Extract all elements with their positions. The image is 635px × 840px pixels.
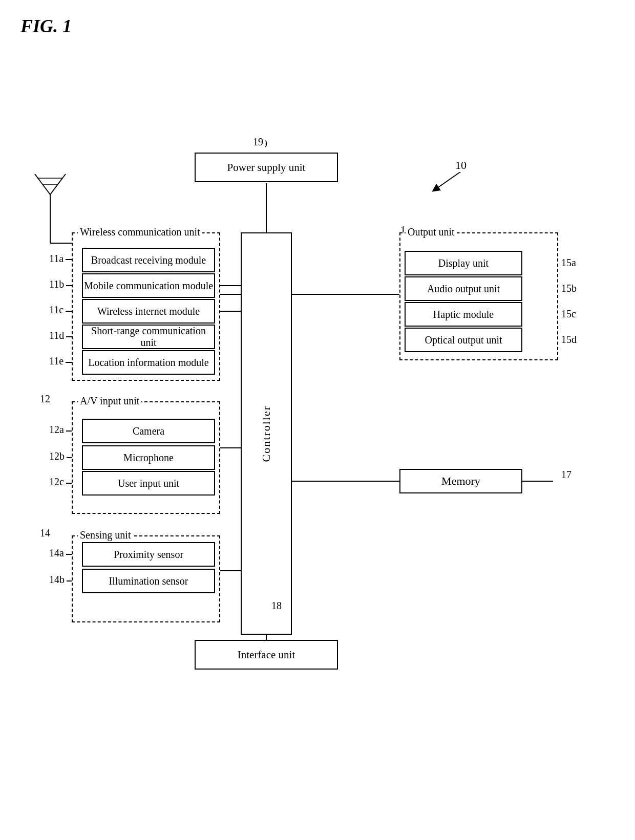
optical-output-box: Optical output unit <box>405 328 522 352</box>
ref11b: 11b <box>47 278 66 290</box>
illumination-box: Illumination sensor <box>82 569 215 593</box>
ref15a: 15a <box>559 257 578 269</box>
ref10-label: 10 <box>453 159 469 172</box>
ref14-label: 14 <box>38 527 52 539</box>
display-box: Display unit <box>405 251 522 275</box>
ref11a: 11a <box>47 253 66 265</box>
short-range-box: Short-range communication unit <box>82 325 215 349</box>
audio-output-box: Audio output unit <box>405 276 522 301</box>
svg-line-33 <box>435 171 461 189</box>
interface-box: Interface unit <box>195 640 338 670</box>
memory-box: Memory <box>399 469 522 493</box>
ref12-label: 12 <box>38 393 52 405</box>
location-box: Location information module <box>82 350 215 375</box>
ref15b: 15b <box>559 283 579 294</box>
ref11d: 11d <box>47 330 66 341</box>
haptic-box: Haptic module <box>405 302 522 327</box>
ref11c: 11c <box>47 304 66 316</box>
ref12b: 12b <box>47 450 67 462</box>
ref15c: 15c <box>559 308 578 320</box>
svg-line-1 <box>35 174 50 195</box>
ref18-label: 18 <box>269 600 284 612</box>
broadcast-box: Broadcast receiving module <box>82 248 215 272</box>
svg-line-2 <box>50 174 66 195</box>
wireless-comm-title: Wireless communication unit <box>78 226 202 238</box>
ref17-label: 17 <box>559 469 574 481</box>
ref12a: 12a <box>47 424 66 436</box>
ref15d: 15d <box>559 334 579 346</box>
ref19: 19 <box>251 136 265 148</box>
av-input-title: A/V input unit <box>78 395 141 407</box>
wireless-internet-box: Wireless internet module <box>82 299 215 324</box>
page-title: FIG. 1 <box>20 15 72 37</box>
proximity-box: Proximity sensor <box>82 542 215 567</box>
ref14a: 14a <box>47 547 66 559</box>
power-supply-box: Power supply unit <box>195 153 338 182</box>
controller-box: Controller <box>241 232 292 635</box>
microphone-box: Microphone <box>82 445 215 470</box>
output-title: Output unit <box>406 226 457 238</box>
ref14b: 14b <box>47 574 67 586</box>
ref12c: 12c <box>47 476 66 488</box>
mobile-comm-box: Mobile communication module <box>82 273 215 298</box>
diagram: 10 19 Power supply unit 19 11 Wireless c… <box>15 143 620 829</box>
ref11e: 11e <box>47 355 66 367</box>
camera-box: Camera <box>82 419 215 443</box>
user-input-box: User input unit <box>82 471 215 496</box>
sensing-title: Sensing unit <box>78 529 133 541</box>
